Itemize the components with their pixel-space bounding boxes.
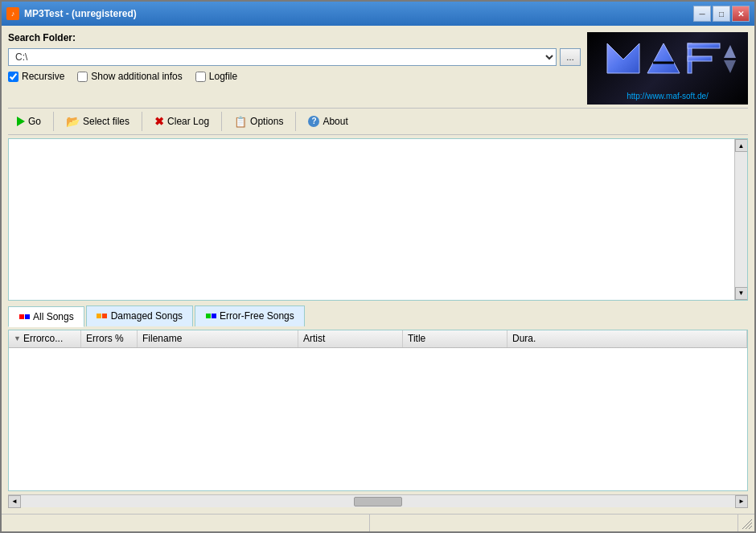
tabs-row: All Songs Damaged Songs <box>8 304 748 326</box>
svg-marker-7 <box>724 60 736 73</box>
logo-text <box>599 37 736 88</box>
content-area: Search Folder: C:\ … Recursive Show addi… <box>2 26 754 514</box>
about-icon: ? <box>308 116 319 127</box>
status-panel-2 <box>370 515 738 531</box>
svg-marker-0 <box>607 43 639 73</box>
go-icon <box>17 117 25 126</box>
minimize-button[interactable]: ─ <box>693 6 711 22</box>
window-title: MP3Test - (unregistered) <box>24 8 137 19</box>
clear-log-button[interactable]: ✖ Clear Log <box>146 110 218 133</box>
damaged-songs-icon <box>97 310 108 322</box>
search-folder-label: Search Folder: <box>8 32 581 43</box>
search-folder-input[interactable]: C:\ <box>8 48 557 66</box>
search-row: C:\ … <box>8 48 581 66</box>
clear-log-label: Clear Log <box>167 116 209 127</box>
scroll-up-arrow[interactable]: ▲ <box>735 139 748 152</box>
table-body <box>9 348 747 491</box>
logo-panel: http://www.maf-soft.de/ <box>587 32 748 105</box>
col-errors-pct[interactable]: Errors % <box>81 330 138 347</box>
go-button[interactable]: Go <box>8 110 50 133</box>
col-errorco-label: Errorco... <box>23 333 63 344</box>
col-errors-pct-label: Errors % <box>86 333 124 344</box>
scroll-down-arrow[interactable]: ▼ <box>735 287 748 300</box>
select-files-label: Select files <box>83 116 129 127</box>
app-icon: ♪ <box>6 7 19 20</box>
clear-log-icon: ✖ <box>154 115 164 128</box>
col-title[interactable]: Title <box>403 330 507 347</box>
col-duration-label: Dura. <box>512 333 536 344</box>
recursive-checkbox-label[interactable]: Recursive <box>8 71 64 82</box>
about-label: About <box>323 116 347 127</box>
browse-button[interactable]: … <box>560 48 581 66</box>
show-additional-checkbox[interactable] <box>77 72 88 82</box>
maximize-button[interactable]: □ <box>713 6 730 22</box>
sort-arrow-errorco: ▼ <box>14 334 21 342</box>
hscroll-left-arrow[interactable]: ◄ <box>8 495 21 508</box>
svg-marker-6 <box>724 45 736 58</box>
svg-rect-4 <box>688 43 720 48</box>
about-button[interactable]: ? About <box>299 110 356 133</box>
options-button[interactable]: 📋 Options <box>225 110 292 133</box>
options-label: Options <box>250 116 283 127</box>
logfile-checkbox[interactable] <box>195 72 206 82</box>
col-filename[interactable]: Filename <box>138 330 298 347</box>
status-bar <box>2 514 754 531</box>
show-additional-label: Show additional infos <box>91 71 182 82</box>
svg-line-9 <box>746 523 752 529</box>
tab-errorfree-songs-label: Error-Free Songs <box>220 310 294 322</box>
svg-marker-1 <box>647 43 680 73</box>
tab-damaged-songs[interactable]: Damaged Songs <box>86 305 193 326</box>
title-bar: ♪ MP3Test - (unregistered) ─ □ ✕ <box>2 2 754 26</box>
separator-3 <box>221 112 222 131</box>
hscroll-track[interactable] <box>21 495 735 507</box>
recursive-checkbox[interactable] <box>8 72 18 82</box>
separator-1 <box>53 112 54 131</box>
logo-url: http://www.maf-soft.de/ <box>627 92 709 100</box>
top-section: Search Folder: C:\ … Recursive Show addi… <box>8 32 748 105</box>
table-header: ▼ Errorco... Errors % Filename Artist Ti… <box>9 330 747 348</box>
logfile-checkbox-label[interactable]: Logfile <box>195 71 237 82</box>
tab-damaged-songs-label: Damaged Songs <box>111 310 183 322</box>
log-area: ▲ ▼ <box>8 138 748 301</box>
resize-grip-icon <box>741 518 752 529</box>
hscroll-right-arrow[interactable]: ► <box>735 495 748 508</box>
tab-errorfree-songs[interactable]: Error-Free Songs <box>195 305 305 326</box>
status-panel-3 <box>738 515 754 531</box>
logfile-label: Logfile <box>209 71 237 82</box>
table-container: ▼ Errorco... Errors % Filename Artist Ti… <box>8 330 748 492</box>
svg-line-10 <box>749 526 752 529</box>
show-additional-checkbox-label[interactable]: Show additional infos <box>77 71 182 82</box>
close-button[interactable]: ✕ <box>732 6 750 22</box>
col-filename-label: Filename <box>142 333 182 344</box>
recursive-label: Recursive <box>22 71 64 82</box>
col-duration[interactable]: Dura. <box>507 330 747 347</box>
col-errorco[interactable]: ▼ Errorco... <box>9 330 81 347</box>
go-label: Go <box>28 116 41 127</box>
col-artist[interactable]: Artist <box>298 330 403 347</box>
hscroll-thumb[interactable] <box>354 497 402 506</box>
tab-all-songs-label: All Songs <box>33 311 74 322</box>
scroll-track <box>735 152 747 287</box>
status-panel-1 <box>2 515 370 531</box>
svg-rect-5 <box>688 56 712 61</box>
options-icon: 📋 <box>234 116 247 128</box>
col-title-label: Title <box>408 333 425 344</box>
col-artist-label: Artist <box>303 333 325 344</box>
errorfree-songs-icon <box>205 310 216 322</box>
title-bar-left: ♪ MP3Test - (unregistered) <box>6 7 137 20</box>
separator-2 <box>142 112 142 131</box>
tab-all-songs[interactable]: All Songs <box>8 306 84 327</box>
select-files-button[interactable]: 📂 Select files <box>57 110 138 133</box>
folder-icon: 📂 <box>66 115 80 128</box>
main-window: ♪ MP3Test - (unregistered) ─ □ ✕ Search … <box>0 0 756 533</box>
left-panel: Search Folder: C:\ … Recursive Show addi… <box>8 32 581 105</box>
all-songs-icon <box>18 311 30 322</box>
separator-4 <box>295 112 296 131</box>
log-scrollbar: ▲ ▼ <box>734 139 747 300</box>
checkboxes-row: Recursive Show additional infos Logfile <box>8 71 581 82</box>
horizontal-scrollbar: ◄ ► <box>8 494 748 507</box>
toolbar: Go 📂 Select files ✖ Clear Log 📋 Options … <box>8 108 748 135</box>
title-buttons: ─ □ ✕ <box>693 6 750 22</box>
